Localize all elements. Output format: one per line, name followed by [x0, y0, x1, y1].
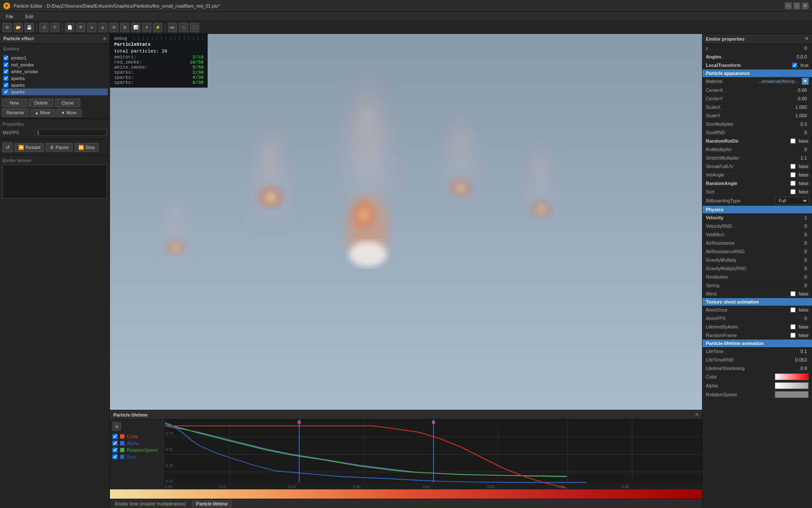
- material-browse-button[interactable]: R: [802, 78, 809, 85]
- svg-text:0.25: 0.25: [288, 485, 296, 489]
- legend-size-checkbox[interactable]: [112, 454, 118, 459]
- rename-button[interactable]: Rename: [2, 108, 29, 117]
- prop-animfps-name: AnimFPS: [706, 316, 775, 321]
- randomangle-checkbox[interactable]: [790, 181, 796, 186]
- emitor-checkbox-red-smoke[interactable]: [3, 62, 8, 67]
- toolbar-new-btn[interactable]: 📄: [65, 23, 74, 32]
- emitor-item-emitor1[interactable]: emitor1: [2, 55, 108, 61]
- toolbar-undo-btn[interactable]: ↺: [39, 23, 49, 32]
- left-panel-close[interactable]: ✕: [103, 36, 106, 41]
- prop-velaffect-name: VelAffect: [706, 232, 775, 237]
- svg-text:0.75: 0.75: [557, 485, 565, 489]
- stop-button[interactable]: ⏩ Stop: [74, 143, 99, 152]
- toolbar-diamond-btn[interactable]: ◆: [98, 23, 107, 32]
- emitor-item-sparks3[interactable]: sparks: [2, 88, 108, 95]
- emitor-item-red-smoke[interactable]: red_smoke: [2, 61, 108, 68]
- velangle-checkbox[interactable]: [790, 172, 796, 177]
- new-button[interactable]: New: [2, 99, 27, 107]
- toolbar-grid-btn[interactable]: ⊞: [3, 23, 12, 32]
- emitor-item-white-smoke[interactable]: white_smoke: [2, 68, 108, 75]
- sort-checkbox[interactable]: [790, 189, 796, 194]
- tab-emitor-time[interactable]: Emitor time (master multiplicators): [110, 500, 191, 508]
- streakfulluv-checkbox[interactable]: [790, 164, 796, 169]
- emitor-checkbox-sparks3[interactable]: [3, 89, 8, 94]
- lifetimebyanim-checkbox[interactable]: [790, 324, 796, 329]
- move-up-button[interactable]: ▲ Move: [30, 109, 55, 117]
- toolbar-redo-btn[interactable]: ↻: [50, 23, 60, 32]
- legend-grid-button[interactable]: ⊞: [112, 422, 121, 431]
- prop-randomrotdir-row: RandomRotDir false: [702, 137, 812, 145]
- prop-randomrotdir-value: false: [775, 138, 809, 144]
- randomrotdir-checkbox[interactable]: [790, 138, 796, 144]
- prop-scaley-row: ScaleY 1.000: [702, 111, 812, 120]
- prop-randomangle-name: RandomAngle: [706, 181, 775, 186]
- legend-rotation-checkbox[interactable]: [112, 447, 118, 453]
- prop-spring-row: Spring 0: [702, 281, 812, 290]
- toolbar-tool2-btn[interactable]: ⊕: [120, 23, 129, 32]
- delete-button[interactable]: Delete: [28, 99, 54, 107]
- menu-file[interactable]: File: [3, 13, 16, 20]
- localtransform-checkbox[interactable]: [792, 63, 797, 68]
- prop-velocity-value: 1: [775, 215, 809, 220]
- emitor-item-sparks1[interactable]: sparks: [2, 75, 108, 82]
- emitors-label: Emitors: [0, 44, 110, 53]
- stats-name-3: sparks:: [114, 70, 134, 75]
- rotationspeed-swatch-row: RotationSpeed: [702, 390, 812, 399]
- toolbar-fx-btn[interactable]: ⚡: [153, 23, 162, 32]
- pause-button[interactable]: ⏸ Pause: [46, 143, 72, 152]
- randomframe-checkbox[interactable]: [790, 333, 796, 338]
- prop-rotmult-row: RotMultiplier 0: [702, 145, 812, 154]
- billboardingtype-select[interactable]: Full Vertical Horizontal: [775, 197, 809, 204]
- animonce-checkbox[interactable]: [790, 307, 796, 312]
- toolbar-stop-red-btn[interactable]: ⬛: [190, 23, 199, 32]
- section-particle-lifetime-anim[interactable]: Particle-lifetime animation: [702, 340, 812, 347]
- randomframe-text: false: [799, 333, 809, 338]
- minimize-button[interactable]: ─: [785, 3, 792, 9]
- emitor-checkbox-sparks2[interactable]: [3, 83, 8, 88]
- lifetime-graph[interactable]: 0.00 0.25 0.50 0.75 0.00 0.13 0.25 0.38 …: [165, 420, 702, 489]
- toolbar-save-btn[interactable]: 💾: [25, 23, 34, 32]
- rotationspeed-swatch[interactable]: [775, 391, 809, 398]
- menu-edit[interactable]: Edit: [23, 13, 36, 20]
- wind-checkbox[interactable]: [790, 291, 796, 296]
- prop-randomframe-value: false: [775, 333, 809, 338]
- emitor-checkbox-sparks1[interactable]: [3, 76, 8, 81]
- lifetime-close[interactable]: ✕: [695, 412, 699, 417]
- clone-button[interactable]: Clone: [55, 99, 80, 107]
- prop-rotmult-name: RotMultiplier: [706, 147, 775, 152]
- move-down-button[interactable]: ▼ Move: [56, 109, 82, 117]
- prop-velocity-row: Velocity 1: [702, 213, 812, 222]
- right-panel-close[interactable]: ✕: [805, 36, 809, 41]
- debug-label: Debug | | | | | | | | | | | | | | | |: [114, 36, 203, 41]
- toolbar-tool1-btn[interactable]: ⚙: [109, 23, 118, 32]
- toolbar-open-btn[interactable]: 📂: [14, 23, 23, 32]
- legend-alpha-checkbox[interactable]: [112, 441, 118, 446]
- color-swatch[interactable]: [775, 373, 809, 380]
- minfps-input[interactable]: [35, 129, 107, 136]
- section-particle-appearance[interactable]: Particle appearance: [702, 69, 812, 77]
- prop-airresistancernd-row: AirResistanceRND 0: [702, 247, 812, 256]
- maximize-button[interactable]: □: [793, 3, 800, 9]
- toolbar-chart-btn[interactable]: 📊: [131, 23, 140, 32]
- legend-rotation-label: RotationSpeed: [127, 447, 158, 453]
- section-texture-sheet[interactable]: Texture sheet animation: [702, 298, 812, 306]
- emitor-checkbox-emitor1[interactable]: [3, 55, 8, 61]
- reload-button[interactable]: ↺: [3, 142, 13, 152]
- prop-scalex-value: 1.000: [775, 105, 809, 110]
- toolbar-skip-btn[interactable]: ⏭: [168, 23, 177, 32]
- section-physics[interactable]: Physics: [702, 206, 812, 213]
- legend-color-checkbox[interactable]: [112, 434, 118, 439]
- toolbar-particle-btn[interactable]: ✦: [142, 23, 151, 32]
- emitor-label-emitor1: emitor1: [11, 55, 106, 61]
- texture-preview: [3, 165, 107, 199]
- toolbar-warning-btn[interactable]: ⚠: [179, 23, 188, 32]
- emitor-checkbox-white-smoke[interactable]: [3, 69, 8, 74]
- tab-particle-lifetime[interactable]: Particle lifetime: [191, 500, 233, 508]
- restart-button[interactable]: ⏪ Restart: [14, 143, 44, 152]
- alpha-swatch[interactable]: [775, 382, 809, 389]
- prop-billboardingtype-name: BillboardingType: [706, 198, 775, 203]
- emitor-item-sparks2[interactable]: sparks: [2, 82, 108, 88]
- toolbar-view-btn[interactable]: 👁: [76, 23, 85, 32]
- toolbar-circle-btn[interactable]: ●: [87, 23, 96, 32]
- close-button[interactable]: ✕: [802, 3, 809, 9]
